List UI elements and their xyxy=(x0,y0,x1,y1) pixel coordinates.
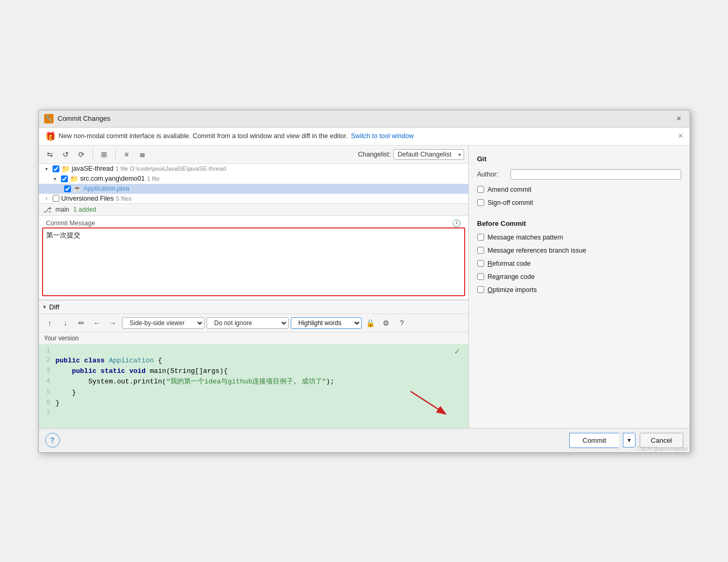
checkbox-folder[interactable] xyxy=(61,175,68,182)
folder-icon-src: 📁 xyxy=(70,175,78,183)
scroll-down-button[interactable]: ↓ xyxy=(59,316,73,330)
author-field-row: Author: xyxy=(477,169,681,180)
separator-1 xyxy=(93,149,93,160)
message-references-branch-label: Message references branch issue xyxy=(488,247,587,254)
changelist-wrapper: Default Changelist xyxy=(393,149,464,160)
highlight-type-select[interactable]: Highlight words Highlight chars No highl… xyxy=(291,317,362,329)
commit-message-label: Commit Message xyxy=(46,220,95,227)
checkbox-unversioned[interactable] xyxy=(53,195,59,202)
diff-section: ▾ Diff ↑ ↓ ✏ ← → Side-by-side viewer xyxy=(39,300,468,428)
help-button[interactable]: ? xyxy=(45,433,60,447)
optimize-imports-checkbox[interactable] xyxy=(477,286,484,293)
collapse-all-button[interactable]: ≣ xyxy=(136,148,149,161)
show-diff-button[interactable]: ⊞ xyxy=(97,148,111,161)
refresh-button[interactable]: ⟳ xyxy=(75,148,88,161)
changelist-label: Changelist: xyxy=(358,151,391,158)
git-section-title: Git xyxy=(477,155,681,163)
before-commit-title: Before Commit xyxy=(477,220,681,227)
help-diff-button[interactable]: ? xyxy=(395,316,409,330)
tree-arrow-folder: ▾ xyxy=(52,176,59,182)
before-commit-row-1: Message references branch issue xyxy=(477,247,681,254)
undo-button[interactable]: ↺ xyxy=(59,148,73,161)
file-tree: ▾ 📁 javaSE-thread 1 file D:\code\java\Ja… xyxy=(39,164,468,204)
optimize-imports-label: Optimize imports xyxy=(488,286,537,294)
message-references-branch-checkbox[interactable] xyxy=(477,247,484,254)
java-file-icon: ☕ xyxy=(73,185,81,193)
tree-item-file[interactable]: ☕ Application.java xyxy=(39,184,468,194)
scroll-up-button[interactable]: ↑ xyxy=(43,316,57,330)
ignore-type-wrapper: Do not ignore Ignore whitespaces xyxy=(207,317,289,329)
folder-icon-root: 📁 xyxy=(61,165,70,173)
file-toolbar: ⇆ ↺ ⟳ ⊞ ≡ ≣ Changelist: Default Changeli… xyxy=(39,145,468,164)
tree-item-hint-root: 1 file D:\code\java\JavaSE\javaSE-thread xyxy=(116,165,226,172)
message-matches-pattern-checkbox[interactable] xyxy=(477,234,484,241)
diff-collapse-arrow[interactable]: ▾ xyxy=(43,304,46,310)
code-line-7: 7 xyxy=(39,409,468,419)
diff-toolbar: ↑ ↓ ✏ ← → Side-by-side viewer Unified vi… xyxy=(39,314,468,332)
move-to-changelist-button[interactable]: ⇆ xyxy=(43,148,57,161)
close-button[interactable]: × xyxy=(674,113,684,124)
code-line-4: 4 System.out.println("我的第一个idea与github连接… xyxy=(39,377,468,387)
rearrange-code-checkbox[interactable] xyxy=(477,273,484,280)
prev-diff-button[interactable]: ← xyxy=(90,316,104,330)
tree-item-folder[interactable]: ▾ 📁 src.com.yang\demo01 1 file xyxy=(39,174,468,184)
edit-button[interactable]: ✏ xyxy=(75,316,88,330)
code-line-1: 1 xyxy=(39,346,468,356)
reformat-code-checkbox[interactable] xyxy=(477,260,484,267)
dialog-title: Commit Changes xyxy=(58,115,110,122)
expand-all-button[interactable]: ≡ xyxy=(120,148,134,161)
changelist-select[interactable]: Default Changelist xyxy=(393,149,464,160)
commit-changes-dialog: 🔧 Commit Changes × 🎁 New non-modal commi… xyxy=(38,110,690,453)
info-dismiss-icon[interactable]: × xyxy=(678,131,683,141)
diff-header: ▾ Diff xyxy=(39,300,468,314)
commit-message-section: Commit Message 🕐 第一次提交 xyxy=(39,216,468,300)
checkbox-root[interactable] xyxy=(53,165,59,172)
switch-to-tool-window-link[interactable]: Switch to tool window xyxy=(351,132,414,140)
clock-icon[interactable]: 🕐 xyxy=(452,219,461,227)
viewer-type-wrapper: Side-by-side viewer Unified viewer xyxy=(122,317,204,329)
sign-off-row: Sign-off commit xyxy=(477,199,681,206)
tree-item-name-folder: src.com.yang\demo01 xyxy=(80,175,145,182)
tree-arrow-root: ▾ xyxy=(43,166,50,172)
before-commit-row-4: Optimize imports xyxy=(477,286,681,294)
right-panel: Git Author: Amend commit Sign-off commit… xyxy=(469,145,690,428)
separator-2 xyxy=(115,149,116,160)
info-bar: 🎁 New non-modal commit interface is avai… xyxy=(39,128,690,145)
title-bar: 🔧 Commit Changes × xyxy=(39,110,690,128)
code-line-6: 6 } xyxy=(39,398,468,409)
commit-message-input[interactable]: 第一次提交 xyxy=(43,228,464,295)
app-icon: 🔧 xyxy=(44,114,54,123)
tree-item-hint-unversioned: 5 files xyxy=(116,195,132,202)
version-label: Your version xyxy=(39,332,468,344)
left-panel: ⇆ ↺ ⟳ ⊞ ≡ ≣ Changelist: Default Changeli… xyxy=(39,145,469,428)
tree-item-name-unversioned: Unversioned Files xyxy=(61,195,114,202)
highlight-type-wrapper: Highlight words Highlight chars No highl… xyxy=(291,317,362,329)
sign-off-checkbox[interactable] xyxy=(477,199,484,206)
commit-button[interactable]: Commit xyxy=(569,433,619,448)
message-matches-pattern-label: Message matches pattern xyxy=(488,234,563,241)
tree-item-name-file: Application.java xyxy=(84,185,130,192)
amend-commit-row: Amend commit xyxy=(477,186,681,193)
author-label: Author: xyxy=(477,171,506,178)
watermark: CSDN @amcomputer xyxy=(637,446,688,452)
tree-item-unversioned[interactable]: › Unversioned Files 5 files xyxy=(39,194,468,203)
amend-commit-checkbox[interactable] xyxy=(477,186,484,193)
info-icon: 🎁 xyxy=(45,131,56,141)
ignore-type-select[interactable]: Do not ignore Ignore whitespaces xyxy=(207,317,289,329)
lock-button[interactable]: 🔒 xyxy=(364,316,377,330)
tree-item-root[interactable]: ▾ 📁 javaSE-thread 1 file D:\code\java\Ja… xyxy=(39,164,468,174)
reformat-code-label: Reformat code xyxy=(488,260,531,267)
commit-dropdown-button[interactable]: ▾ xyxy=(623,433,635,447)
rearrange-code-label: Rearrange code xyxy=(488,273,535,280)
next-diff-button[interactable]: → xyxy=(106,316,120,330)
author-input[interactable] xyxy=(510,169,681,180)
checkbox-file[interactable] xyxy=(64,185,71,192)
diff-title-text: Diff xyxy=(49,303,59,311)
viewer-type-select[interactable]: Side-by-side viewer Unified viewer xyxy=(122,317,204,329)
settings-button[interactable]: ⚙ xyxy=(380,316,393,330)
tree-item-hint-folder: 1 file xyxy=(147,175,159,182)
added-badge: 1 added xyxy=(74,206,96,213)
code-line-3: 3 public static void main(String[]args){ xyxy=(39,366,468,377)
info-message: New non-modal commit interface is availa… xyxy=(59,132,348,140)
arrow-annotation xyxy=(405,386,453,418)
